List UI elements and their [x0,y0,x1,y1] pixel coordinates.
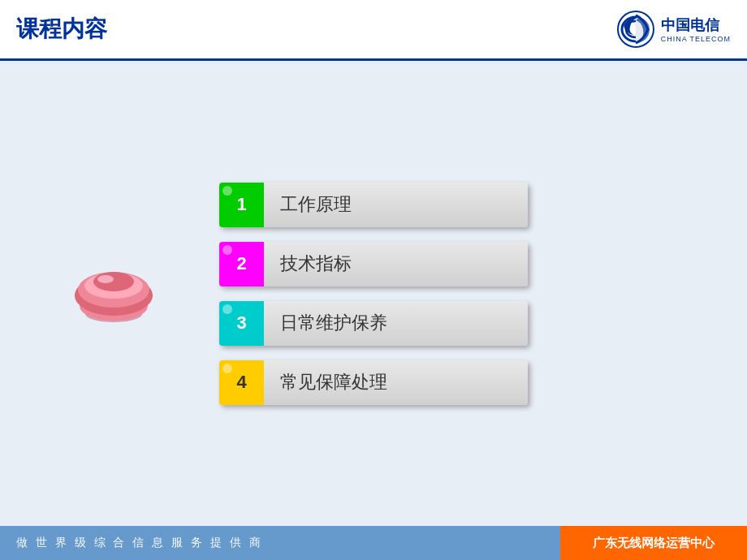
menu-container: 1 工作原理 2 技术指标 3 日常维护保养 4 常见保障处理 [219,183,528,405]
footer-slogan: 做 世 界 级 综 合 信 息 服 务 提 供 商 [16,536,263,550]
footer: 做 世 界 级 综 合 信 息 服 务 提 供 商 广东无线网络运营中心 [0,526,747,560]
decoration-lantern [65,245,162,342]
menu-item-3[interactable]: 3 日常维护保养 [219,301,528,346]
menu-number-label-1: 1 [236,194,246,215]
footer-left: 做 世 界 级 综 合 信 息 服 务 提 供 商 [0,526,560,560]
menu-number-label-3: 3 [236,312,246,334]
menu-item-1[interactable]: 1 工作原理 [219,183,528,227]
menu-label-2: 技术指标 [264,252,352,276]
menu-number-label-4: 4 [236,372,246,393]
footer-org: 广东无线网络运营中心 [593,536,715,551]
logo-en-text: CHINA TELECOM [661,35,731,43]
logo-text: 中国电信 CHINA TELECOM [661,15,731,43]
menu-badge-2: 2 [219,242,264,286]
menu-badge-1: 1 [219,183,264,227]
menu-badge-3: 3 [219,301,264,346]
page-title: 课程内容 [16,14,107,45]
header: 课程内容 中国电信 CHINA TELECOM [0,0,747,61]
main-content: 1 工作原理 2 技术指标 3 日常维护保养 4 常见保障处理 [0,61,747,526]
menu-label-3: 日常维护保养 [264,311,387,335]
footer-right: 广东无线网络运营中心 [560,526,747,560]
svg-point-7 [97,275,114,283]
menu-item-4[interactable]: 4 常见保障处理 [219,360,528,405]
menu-badge-4: 4 [219,360,264,405]
menu-label-1: 工作原理 [264,192,352,217]
telecom-logo-icon [615,9,656,50]
menu-number-label-2: 2 [236,253,246,274]
logo-cn-text: 中国电信 [661,15,719,35]
menu-label-4: 常见保障处理 [264,370,387,394]
menu-item-2[interactable]: 2 技术指标 [219,242,528,286]
telecom-logo: 中国电信 CHINA TELECOM [615,9,731,50]
lantern-svg [69,261,158,326]
